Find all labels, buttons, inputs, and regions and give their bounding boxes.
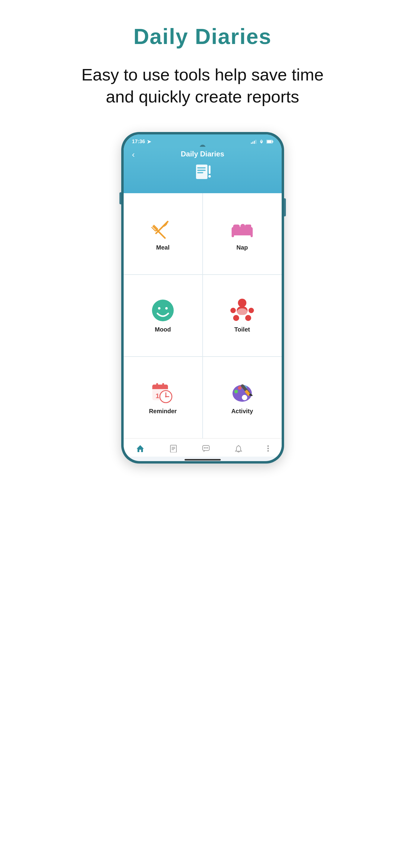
svg-point-59 [205, 447, 207, 448]
nap-label: Nap [236, 244, 248, 251]
svg-rect-9 [197, 170, 206, 171]
svg-rect-36 [152, 387, 168, 390]
svg-point-60 [207, 447, 208, 448]
svg-rect-22 [232, 234, 234, 237]
diary-grid: Meal [124, 193, 282, 438]
svg-point-30 [245, 315, 251, 321]
page-subtitle: Easy to use tools help save time and qui… [67, 64, 338, 108]
meal-icon [151, 216, 175, 241]
svg-point-31 [230, 308, 236, 313]
nav-diary[interactable] [164, 443, 183, 454]
svg-point-45 [165, 396, 167, 398]
svg-rect-0 [251, 143, 252, 144]
nav-notifications[interactable] [229, 443, 248, 454]
svg-rect-37 [156, 383, 158, 387]
diary-icon [194, 163, 212, 181]
svg-point-29 [233, 315, 239, 321]
svg-point-63 [267, 450, 269, 452]
svg-rect-38 [162, 383, 164, 387]
battery-icon [267, 140, 273, 144]
app-header: ‹ Daily Diaries [124, 147, 282, 193]
svg-point-33 [237, 308, 248, 317]
bell-icon [235, 444, 242, 453]
svg-point-62 [267, 447, 269, 449]
signal-icon [251, 140, 256, 144]
svg-rect-2 [254, 141, 255, 144]
nav-more[interactable] [261, 443, 275, 454]
svg-rect-6 [267, 141, 271, 143]
header-title: Daily Diaries [181, 150, 224, 158]
reminder-label: Reminder [149, 408, 177, 415]
activity-icon [230, 380, 254, 404]
activity-cell[interactable]: Activity [203, 357, 282, 438]
more-icon [267, 444, 269, 453]
activity-label: Activity [231, 408, 253, 415]
toilet-label: Toilet [234, 326, 250, 333]
home-indicator [184, 459, 221, 461]
svg-point-47 [242, 395, 247, 400]
svg-rect-54 [172, 447, 175, 447]
svg-rect-23 [251, 234, 253, 237]
nav-home[interactable] [130, 443, 150, 454]
nap-icon [230, 216, 254, 241]
svg-point-25 [158, 307, 161, 310]
svg-rect-19 [233, 224, 240, 229]
svg-rect-21 [245, 224, 251, 228]
svg-point-12 [208, 175, 211, 178]
toilet-icon [230, 299, 254, 322]
svg-point-58 [204, 447, 205, 448]
reminder-cell[interactable]: 12 Reminder [124, 357, 202, 438]
svg-rect-10 [197, 172, 203, 173]
svg-rect-55 [172, 448, 175, 449]
svg-point-26 [165, 307, 168, 310]
mood-cell[interactable]: Mood [124, 275, 202, 356]
svg-point-27 [238, 299, 247, 307]
toilet-cell[interactable]: Toilet [203, 275, 282, 356]
svg-point-20 [240, 224, 245, 229]
svg-point-32 [249, 308, 254, 313]
wifi-icon [259, 140, 264, 144]
svg-rect-56 [172, 450, 174, 450]
svg-rect-13 [152, 225, 166, 239]
meal-label: Meal [156, 244, 170, 251]
reminder-icon: 12 [151, 380, 175, 404]
svg-rect-8 [197, 167, 206, 168]
status-time: 17:36 [132, 138, 145, 145]
phone-mockup: 17:36 ➤ ‹ Daily Diaries [121, 132, 284, 464]
svg-point-24 [152, 300, 174, 321]
bottom-nav [124, 438, 282, 457]
chat-icon [202, 444, 210, 453]
nav-chat[interactable] [196, 443, 216, 454]
back-button[interactable]: ‹ [132, 150, 135, 159]
diary-nav-icon [170, 444, 177, 453]
svg-point-49 [238, 386, 241, 390]
svg-rect-3 [255, 140, 256, 144]
location-icon: ➤ [147, 138, 151, 145]
svg-point-48 [234, 390, 238, 393]
meal-cell[interactable]: Meal [124, 193, 202, 275]
svg-point-61 [267, 445, 269, 447]
svg-rect-7 [196, 164, 207, 179]
mood-label: Mood [155, 326, 171, 333]
svg-rect-5 [272, 141, 273, 143]
nap-cell[interactable]: Nap [203, 193, 282, 275]
home-icon [136, 444, 144, 453]
mood-icon [151, 299, 175, 322]
svg-rect-11 [209, 165, 210, 174]
page-title: Daily Diaries [133, 24, 271, 49]
svg-rect-1 [253, 142, 253, 144]
